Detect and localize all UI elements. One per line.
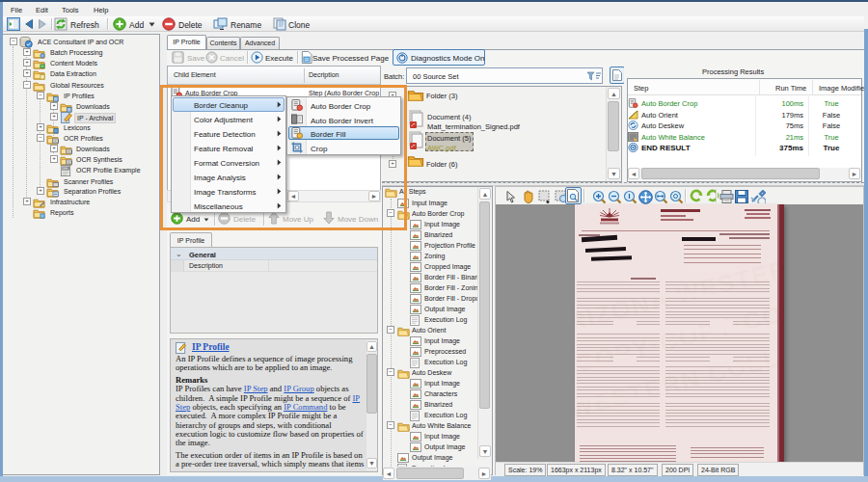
svg-text:OCR: OCR: [53, 140, 59, 144]
svg-text:OCR: OCR: [63, 167, 70, 171]
